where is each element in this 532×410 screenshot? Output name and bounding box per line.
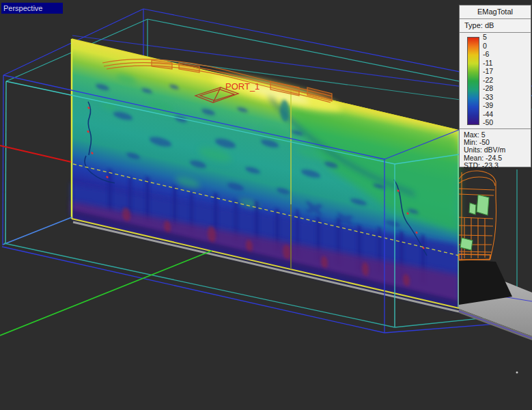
port-label: PORT_1	[225, 81, 260, 92]
field-plot-plane[interactable]	[72, 36, 459, 309]
scale-tick: -22	[483, 77, 493, 84]
scale-tick: -17	[483, 68, 493, 75]
vehicle-front[interactable]	[459, 171, 496, 260]
scale-tick: -50	[483, 119, 493, 126]
legend-stats: Max: 5 Min: -50 Units: dBV/m Mean: -24.5…	[460, 129, 531, 169]
stat-units: Units: dBV/m	[464, 146, 531, 154]
scale-tick: 5	[483, 33, 493, 41]
scale-tick: -11	[483, 59, 493, 67]
stat-std: STD: -23.3	[464, 162, 531, 169]
scale-tick: 0	[483, 42, 493, 50]
stray-dot	[516, 372, 518, 374]
field-legend-panel[interactable]: EMagTotal Type: dB 5 0 -6 -11 -17 -22 -2…	[459, 5, 531, 167]
scale-tick: -6	[483, 51, 493, 58]
colorbar-labels: 5 0 -6 -11 -17 -22 -28 -33 -39 -44 -50	[483, 33, 493, 126]
viewport-3d[interactable]: PORT_1	[0, 0, 532, 410]
legend-scale: 5 0 -6 -11 -17 -22 -28 -33 -39 -44 -50	[460, 33, 531, 129]
y-axis	[0, 251, 212, 336]
view-label: Perspective	[1, 3, 63, 14]
simulation-window: PORT_1	[0, 0, 532, 410]
scale-tick: -33	[483, 94, 493, 101]
scale-tick: -28	[483, 85, 493, 92]
legend-type: Type: dB	[460, 19, 531, 33]
scale-tick: -39	[483, 102, 493, 109]
colorbar	[467, 37, 479, 125]
legend-title: EMagTotal	[460, 5, 531, 19]
x-axis	[0, 146, 71, 162]
scale-tick: -44	[483, 111, 493, 118]
